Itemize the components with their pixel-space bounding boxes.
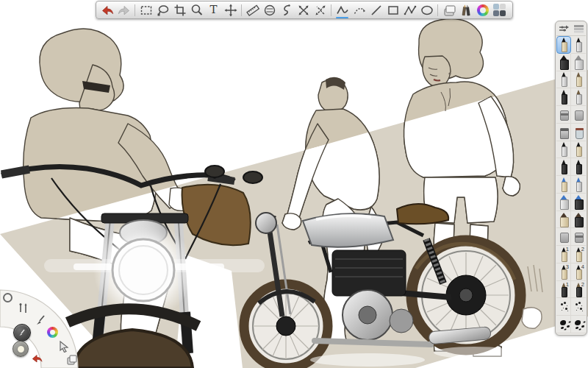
brush-pencil-2[interactable]: 2 (571, 246, 586, 263)
undo-icon (100, 3, 115, 18)
undo-button[interactable] (98, 1, 115, 18)
color-wheel-icon (47, 327, 58, 338)
brush-inking-pen[interactable] (556, 158, 571, 176)
toolbar-separator (241, 4, 242, 16)
brush-number-label: 4 (581, 264, 584, 270)
brush-puck[interactable] (13, 324, 31, 342)
toolbar-separator (437, 4, 438, 16)
brush-splat-drops[interactable] (571, 316, 586, 333)
brush-mop-angled[interactable] (571, 211, 586, 229)
brush-number-label: 1 (566, 247, 569, 252)
rectangle-icon (386, 3, 401, 18)
brush-marker-chisel[interactable] (571, 54, 586, 71)
layers-icon (66, 354, 78, 366)
brush-inking-pen-2[interactable] (571, 158, 586, 176)
brush-blue-2[interactable] (571, 176, 586, 194)
line-tool[interactable] (368, 1, 384, 18)
lagoon-color-item[interactable] (47, 327, 58, 338)
brush-round[interactable] (571, 71, 586, 89)
toolbar-separator (331, 4, 331, 16)
color-wheel-icon (477, 4, 489, 16)
brush-number-label: 2 (581, 282, 584, 288)
symmetry-y-icon (313, 3, 328, 18)
lagoon-tools-item[interactable] (18, 302, 29, 318)
panel-menu-icon[interactable] (573, 23, 584, 36)
symmetry-x-tool[interactable] (295, 1, 312, 18)
ellipse-guide-tool[interactable] (261, 1, 278, 18)
crop-icon (173, 3, 187, 18)
brush-spatter-fine[interactable] (556, 298, 571, 316)
redo-button[interactable] (115, 1, 132, 18)
front-wheel (244, 284, 328, 368)
brush-pencil-3[interactable]: 3 (556, 263, 571, 281)
undo-icon (31, 353, 44, 364)
lagoon-interface-item[interactable] (3, 293, 12, 302)
lagoon-brush-item[interactable] (35, 314, 47, 329)
curve-pen-tool[interactable] (351, 1, 368, 18)
brush-pencil-4[interactable]: 4 (571, 263, 586, 281)
brush-palette-header (556, 23, 586, 36)
symmetry-x-icon (296, 3, 311, 18)
interface-icon (3, 293, 12, 302)
brush-eraser-soft[interactable] (571, 106, 586, 124)
marquee-select-tool[interactable] (137, 1, 154, 18)
brush-paintbrush-1[interactable]: 1 (556, 281, 571, 299)
brush-paint-can[interactable] (556, 124, 571, 141)
brush-marker-black[interactable] (556, 54, 571, 71)
text-tool[interactable]: T (205, 1, 222, 18)
crop-tool[interactable] (171, 1, 188, 18)
brush-technical-pen[interactable] (571, 36, 586, 54)
brush-smudge-flat-2[interactable] (571, 228, 586, 246)
polyline-tool[interactable] (401, 1, 418, 18)
lagoon-undo-button[interactable] (31, 353, 44, 367)
brush-mop[interactable] (556, 211, 571, 229)
brush-number-label: 3 (566, 264, 569, 270)
ellipse-guide-icon (262, 3, 277, 18)
redo-icon (117, 3, 132, 18)
brush-pencil[interactable] (556, 36, 571, 54)
layers-panel-button[interactable] (440, 1, 457, 18)
brush-marker-blue-chisel[interactable] (556, 194, 571, 211)
brush-spatter-coarse[interactable] (571, 298, 586, 316)
brush-palette-panel: 1 2 3 4 1 2 (555, 21, 587, 336)
brush-pen-fine[interactable] (556, 141, 571, 159)
brush-eraser-broad[interactable] (556, 106, 571, 124)
brush-icon (35, 314, 47, 326)
brush-paintbrush-2[interactable]: 2 (571, 281, 586, 299)
lagoon-transform-item[interactable] (59, 341, 70, 355)
brush-pointed[interactable] (571, 88, 586, 106)
main-toolbar: T (96, 1, 513, 19)
color-puck[interactable] (12, 341, 29, 357)
brush-marker-blue-wide[interactable] (571, 194, 586, 211)
brush-blue[interactable] (556, 176, 571, 194)
symmetry-y-tool[interactable] (312, 1, 329, 18)
rectangle-tool[interactable] (384, 1, 401, 18)
polyline-icon (403, 3, 417, 18)
cursor-icon (59, 341, 70, 353)
brush-smudge-flat[interactable] (556, 228, 571, 246)
marquee-select-icon (139, 3, 154, 18)
color-wheel-button[interactable] (474, 1, 491, 18)
toolbar-separator (135, 4, 135, 16)
brush-pen-dark[interactable] (556, 88, 571, 106)
brush-ballpoint[interactable] (556, 71, 571, 89)
brush-settings-icon[interactable] (559, 23, 570, 36)
lasso-select-tool[interactable] (154, 1, 171, 18)
move-tool[interactable] (222, 1, 239, 18)
brush-water-jar[interactable] (571, 124, 586, 141)
brush-palette-button[interactable] (457, 1, 474, 18)
lagoon-layers-item[interactable] (66, 354, 78, 368)
drawing-canvas[interactable] (0, 0, 588, 368)
line-icon (369, 3, 384, 18)
steady-stroke-tool[interactable] (334, 1, 351, 18)
brush-pen-fine-2[interactable] (571, 141, 586, 159)
copic-swatches-button[interactable] (491, 1, 508, 18)
zoom-tool[interactable] (188, 1, 205, 18)
french-curve-tool[interactable] (278, 1, 295, 18)
ruler-tool[interactable] (244, 1, 261, 18)
layers-icon (442, 3, 456, 18)
ellipse-tool[interactable] (418, 1, 435, 18)
brush-grid: 1 2 3 4 1 2 (556, 36, 586, 333)
brush-splat-ink[interactable] (556, 316, 571, 333)
brush-pencil-1[interactable]: 1 (556, 246, 571, 263)
